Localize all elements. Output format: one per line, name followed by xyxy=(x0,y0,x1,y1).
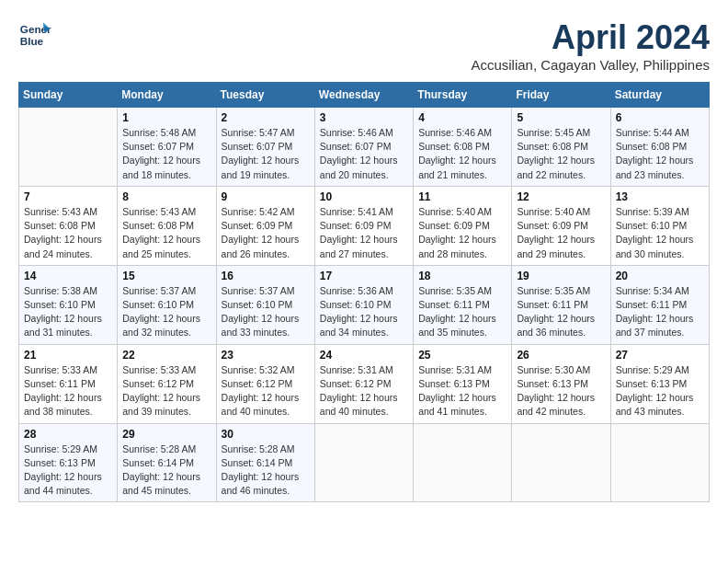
day-number: 20 xyxy=(616,270,704,282)
day-info: Sunrise: 5:29 AM Sunset: 6:13 PM Dayligh… xyxy=(616,363,704,419)
day-cell: 27Sunrise: 5:29 AM Sunset: 6:13 PM Dayli… xyxy=(610,344,709,423)
logo-icon: General Blue xyxy=(18,18,51,52)
weekday-header-wednesday: Wednesday xyxy=(314,83,413,108)
day-cell: 16Sunrise: 5:37 AM Sunset: 6:10 PM Dayli… xyxy=(216,265,314,344)
week-row-1: 1Sunrise: 5:48 AM Sunset: 6:07 PM Daylig… xyxy=(19,108,710,187)
day-cell: 12Sunrise: 5:40 AM Sunset: 6:09 PM Dayli… xyxy=(512,186,610,265)
weekday-header-sunday: Sunday xyxy=(19,83,118,108)
day-info: Sunrise: 5:37 AM Sunset: 6:10 PM Dayligh… xyxy=(122,284,210,340)
day-number: 26 xyxy=(517,349,605,362)
day-cell xyxy=(610,423,709,502)
day-cell: 29Sunrise: 5:28 AM Sunset: 6:14 PM Dayli… xyxy=(118,423,216,502)
logo: General Blue xyxy=(18,18,51,52)
day-number: 30 xyxy=(222,428,310,441)
day-info: Sunrise: 5:41 AM Sunset: 6:09 PM Dayligh… xyxy=(320,205,408,261)
day-cell: 4Sunrise: 5:46 AM Sunset: 6:08 PM Daylig… xyxy=(414,108,512,187)
day-info: Sunrise: 5:38 AM Sunset: 6:10 PM Dayligh… xyxy=(24,284,112,340)
day-cell: 15Sunrise: 5:37 AM Sunset: 6:10 PM Dayli… xyxy=(118,265,216,344)
day-info: Sunrise: 5:44 AM Sunset: 6:08 PM Dayligh… xyxy=(616,126,704,182)
day-info: Sunrise: 5:45 AM Sunset: 6:08 PM Dayligh… xyxy=(517,126,605,182)
day-info: Sunrise: 5:40 AM Sunset: 6:09 PM Dayligh… xyxy=(418,205,506,261)
day-info: Sunrise: 5:31 AM Sunset: 6:13 PM Dayligh… xyxy=(418,363,506,419)
weekday-header-thursday: Thursday xyxy=(414,83,512,108)
weekday-header-friday: Friday xyxy=(512,83,610,108)
week-row-3: 14Sunrise: 5:38 AM Sunset: 6:10 PM Dayli… xyxy=(19,265,710,344)
day-info: Sunrise: 5:28 AM Sunset: 6:14 PM Dayligh… xyxy=(222,442,310,499)
day-cell: 28Sunrise: 5:29 AM Sunset: 6:13 PM Dayli… xyxy=(19,423,118,502)
day-number: 14 xyxy=(24,270,112,282)
svg-text:Blue: Blue xyxy=(20,35,44,47)
title-block: April 2024 Accusilian, Cagayan Valley, P… xyxy=(471,18,710,73)
weekday-header-monday: Monday xyxy=(118,83,216,108)
day-number: 8 xyxy=(122,190,210,203)
day-number: 28 xyxy=(24,428,112,441)
day-cell xyxy=(19,108,118,187)
day-cell: 8Sunrise: 5:43 AM Sunset: 6:08 PM Daylig… xyxy=(118,186,216,265)
day-number: 24 xyxy=(320,349,408,362)
day-cell: 14Sunrise: 5:38 AM Sunset: 6:10 PM Dayli… xyxy=(19,265,118,344)
day-cell xyxy=(512,423,610,502)
day-info: Sunrise: 5:28 AM Sunset: 6:14 PM Dayligh… xyxy=(122,442,210,499)
day-cell: 24Sunrise: 5:31 AM Sunset: 6:12 PM Dayli… xyxy=(314,344,413,423)
day-info: Sunrise: 5:30 AM Sunset: 6:13 PM Dayligh… xyxy=(517,363,605,419)
week-row-4: 21Sunrise: 5:33 AM Sunset: 6:11 PM Dayli… xyxy=(19,344,710,423)
day-number: 22 xyxy=(122,349,210,362)
day-info: Sunrise: 5:39 AM Sunset: 6:10 PM Dayligh… xyxy=(616,205,704,261)
day-cell: 18Sunrise: 5:35 AM Sunset: 6:11 PM Dayli… xyxy=(414,265,512,344)
day-number: 13 xyxy=(616,190,704,203)
day-info: Sunrise: 5:42 AM Sunset: 6:09 PM Dayligh… xyxy=(222,205,310,261)
day-number: 17 xyxy=(320,270,408,282)
day-number: 11 xyxy=(418,190,506,203)
day-number: 27 xyxy=(616,349,704,362)
day-cell: 17Sunrise: 5:36 AM Sunset: 6:10 PM Dayli… xyxy=(314,265,413,344)
day-number: 4 xyxy=(418,111,506,124)
day-info: Sunrise: 5:47 AM Sunset: 6:07 PM Dayligh… xyxy=(222,126,310,182)
day-cell: 23Sunrise: 5:32 AM Sunset: 6:12 PM Dayli… xyxy=(216,344,314,423)
day-cell: 3Sunrise: 5:46 AM Sunset: 6:07 PM Daylig… xyxy=(314,108,413,187)
day-cell: 5Sunrise: 5:45 AM Sunset: 6:08 PM Daylig… xyxy=(512,108,610,187)
day-cell: 26Sunrise: 5:30 AM Sunset: 6:13 PM Dayli… xyxy=(512,344,610,423)
weekday-header-row: SundayMondayTuesdayWednesdayThursdayFrid… xyxy=(19,83,710,108)
day-number: 15 xyxy=(122,270,210,282)
day-info: Sunrise: 5:35 AM Sunset: 6:11 PM Dayligh… xyxy=(418,284,506,340)
week-row-5: 28Sunrise: 5:29 AM Sunset: 6:13 PM Dayli… xyxy=(19,423,710,502)
day-number: 9 xyxy=(222,190,310,203)
day-cell: 21Sunrise: 5:33 AM Sunset: 6:11 PM Dayli… xyxy=(19,344,118,423)
day-cell: 22Sunrise: 5:33 AM Sunset: 6:12 PM Dayli… xyxy=(118,344,216,423)
day-number: 19 xyxy=(517,270,605,282)
day-cell: 30Sunrise: 5:28 AM Sunset: 6:14 PM Dayli… xyxy=(216,423,314,502)
day-number: 12 xyxy=(517,190,605,203)
day-cell: 7Sunrise: 5:43 AM Sunset: 6:08 PM Daylig… xyxy=(19,186,118,265)
day-number: 25 xyxy=(418,349,506,362)
day-cell: 2Sunrise: 5:47 AM Sunset: 6:07 PM Daylig… xyxy=(216,108,314,187)
day-number: 23 xyxy=(222,349,310,362)
day-info: Sunrise: 5:36 AM Sunset: 6:10 PM Dayligh… xyxy=(320,284,408,340)
weekday-header-tuesday: Tuesday xyxy=(216,83,314,108)
day-info: Sunrise: 5:32 AM Sunset: 6:12 PM Dayligh… xyxy=(222,363,310,419)
day-number: 5 xyxy=(517,111,605,124)
day-info: Sunrise: 5:33 AM Sunset: 6:12 PM Dayligh… xyxy=(122,363,210,419)
day-cell: 1Sunrise: 5:48 AM Sunset: 6:07 PM Daylig… xyxy=(118,108,216,187)
location-subtitle: Accusilian, Cagayan Valley, Philippines xyxy=(471,57,710,73)
day-cell xyxy=(414,423,512,502)
day-number: 6 xyxy=(616,111,704,124)
day-info: Sunrise: 5:37 AM Sunset: 6:10 PM Dayligh… xyxy=(222,284,310,340)
day-cell: 10Sunrise: 5:41 AM Sunset: 6:09 PM Dayli… xyxy=(314,186,413,265)
day-cell: 13Sunrise: 5:39 AM Sunset: 6:10 PM Dayli… xyxy=(610,186,709,265)
day-cell: 19Sunrise: 5:35 AM Sunset: 6:11 PM Dayli… xyxy=(512,265,610,344)
day-info: Sunrise: 5:35 AM Sunset: 6:11 PM Dayligh… xyxy=(517,284,605,340)
day-info: Sunrise: 5:46 AM Sunset: 6:07 PM Dayligh… xyxy=(320,126,408,182)
day-cell: 6Sunrise: 5:44 AM Sunset: 6:08 PM Daylig… xyxy=(610,108,709,187)
day-info: Sunrise: 5:29 AM Sunset: 6:13 PM Dayligh… xyxy=(24,442,112,499)
day-number: 21 xyxy=(24,349,112,362)
month-title: April 2024 xyxy=(471,18,710,57)
day-info: Sunrise: 5:31 AM Sunset: 6:12 PM Dayligh… xyxy=(320,363,408,419)
day-info: Sunrise: 5:48 AM Sunset: 6:07 PM Dayligh… xyxy=(122,126,210,182)
day-info: Sunrise: 5:34 AM Sunset: 6:11 PM Dayligh… xyxy=(616,284,704,340)
day-number: 10 xyxy=(320,190,408,203)
page-header: General Blue April 2024 Accusilian, Caga… xyxy=(18,18,710,73)
day-cell: 11Sunrise: 5:40 AM Sunset: 6:09 PM Dayli… xyxy=(414,186,512,265)
day-number: 7 xyxy=(24,190,112,203)
day-number: 3 xyxy=(320,111,408,124)
day-cell xyxy=(314,423,413,502)
